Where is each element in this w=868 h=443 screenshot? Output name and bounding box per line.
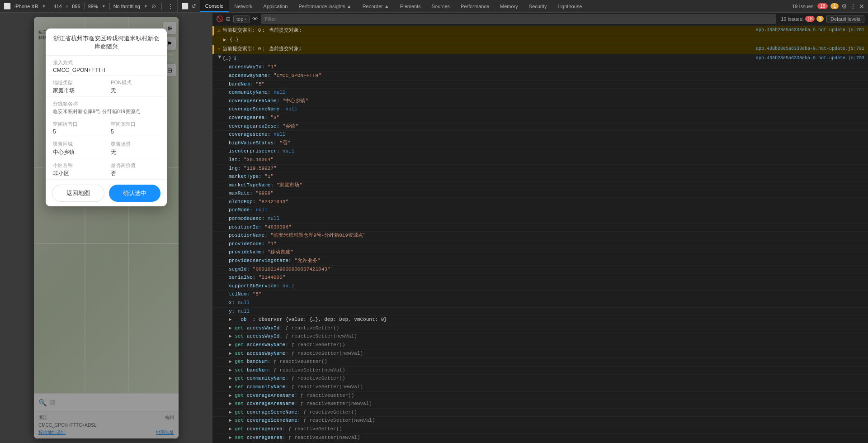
- prop-segmId: segmId: "000102149000000087421043": [212, 266, 868, 274]
- eye-icon[interactable]: 👁: [252, 15, 258, 22]
- expand-setter-icon6[interactable]: ▶: [229, 418, 232, 423]
- more-icon[interactable]: ⋮: [167, 3, 174, 10]
- close-devtools-icon[interactable]: ✕: [859, 3, 864, 10]
- setter-coveragearea: ▶ set coveragearea: ƒ reactiveSetter(new…: [212, 434, 868, 443]
- expand-setter-icon3[interactable]: ▶: [229, 367, 232, 373]
- console-text-obj: {…} ℹ: [222, 55, 749, 63]
- prop-accessWayName: accessWayName: "CMCC_GPON+FTTH": [212, 72, 868, 81]
- confirm-select-button[interactable]: 确认选中: [109, 185, 160, 202]
- tab-performance[interactable]: Performance: [455, 0, 495, 12]
- expand-arrow[interactable]: ▶: [223, 36, 230, 44]
- setter-communityName: ▶ set communityName: ƒ reactiveSetter(ne…: [212, 383, 868, 392]
- community-value: 非小区: [53, 170, 102, 177]
- coverage-area-label: 覆盖区域: [53, 141, 102, 148]
- expand-getter-icon2[interactable]: ▶: [229, 342, 232, 348]
- expand-arrow-observer[interactable]: ▶: [229, 317, 232, 322]
- network-icon: ⊙: [151, 3, 156, 10]
- console-toolbar: 🚫 ⊟ top › 👁 19 Issues: 18 1 Default leve…: [212, 13, 868, 25]
- idle-band-label: 空闲宽带口: [111, 121, 160, 128]
- split-label: 分线箱名称: [53, 100, 160, 107]
- expand-setter-icon2[interactable]: ▶: [229, 351, 232, 356]
- coverage-scene-label: 覆盖场景: [111, 141, 160, 148]
- prop-positionId: positionId: "4830396": [212, 224, 868, 232]
- console-output[interactable]: ⚠ 当前提交索引: 0； 当前提交对象: app.438b28e5a6338eb…: [212, 25, 868, 443]
- expand-setter-icon4[interactable]: ▶: [229, 384, 232, 390]
- tab-lighthouse[interactable]: Lighthouse: [552, 0, 588, 12]
- issues-error-badge[interactable]: 18: [817, 3, 828, 9]
- tab-performance-insights[interactable]: Performance insights ▲: [293, 0, 357, 12]
- access-way-value: CMCC_GPON+FTTH: [53, 67, 160, 73]
- prop-marketTypeName: marketTypeName: "家庭市场": [212, 181, 868, 190]
- expand-getter-icon4[interactable]: ▶: [229, 376, 232, 381]
- prop-communityName: communityName: null: [212, 89, 868, 97]
- console-text: {…}: [230, 36, 864, 44]
- clear-console-icon[interactable]: 🚫: [216, 15, 223, 22]
- more-devtools-icon[interactable]: ⋮: [850, 3, 856, 10]
- expand-getter-icon[interactable]: ▶: [229, 325, 232, 331]
- address-type-label: 地址类型: [53, 79, 102, 86]
- issues-warn-badge[interactable]: 1: [830, 3, 839, 9]
- prop-coverageAreaName: coverageAreaName: "中心乡镇": [212, 97, 868, 106]
- dim-x: ×: [66, 4, 68, 9]
- tab-sources[interactable]: Sources: [426, 0, 455, 12]
- console-line-obj: ▶ {…} ℹ app.438b28e5a6338eba-9.hot-updat…: [212, 54, 868, 64]
- tab-recorder[interactable]: Recorder ▲: [357, 0, 395, 12]
- default-levels-button[interactable]: Default levels: [826, 15, 864, 23]
- expand-getter-icon7[interactable]: ▶: [229, 426, 232, 432]
- tab-memory[interactable]: Memory: [495, 0, 524, 12]
- prop-lat: lat: "30.19064": [212, 156, 868, 165]
- expand-getter-icon5[interactable]: ▶: [229, 393, 232, 398]
- expand-setter-icon7[interactable]: ▶: [229, 435, 232, 440]
- getter-accessWayName: ▶ get accessWayName: ƒ reactiveGetter(): [212, 341, 868, 350]
- warn-icon: ⚠: [217, 27, 221, 35]
- expand-getter-icon6[interactable]: ▶: [229, 410, 232, 415]
- console-file[interactable]: app.438b28e5a6338eba-9.hot-update.js:701: [749, 27, 864, 34]
- settings-icon[interactable]: ⚙: [841, 3, 847, 10]
- dock-icon[interactable]: ⬜: [181, 3, 189, 10]
- toolbar-sep3: [109, 3, 110, 10]
- return-map-button[interactable]: 返回地图: [52, 185, 104, 202]
- tab-elements[interactable]: Elements: [395, 0, 426, 12]
- toolbar-sep4: [161, 3, 162, 10]
- filter-toggle-icon[interactable]: ⊟: [226, 16, 231, 22]
- console-file2[interactable]: app.438b28e5a6338eba-9.hot-update.js:701: [749, 45, 864, 52]
- coverage-area-value: 中心乡镇: [53, 148, 102, 156]
- issues-warn-count[interactable]: 1: [816, 16, 824, 22]
- tab-console[interactable]: Console: [200, 0, 229, 12]
- throttle-chevron: ▼: [144, 4, 148, 9]
- issues-error-count[interactable]: 18: [805, 16, 815, 22]
- expand-setter-icon5[interactable]: ▶: [229, 401, 232, 406]
- prop-ponMode: ponMode: null: [212, 206, 868, 215]
- setter-accessWayName: ▶ set accessWayName: ƒ reactiveSetter(ne…: [212, 350, 868, 358]
- prop-coveragearea: coveragearea: "3": [212, 114, 868, 123]
- community-label: 小区名称: [53, 162, 102, 169]
- top-label[interactable]: top ›: [233, 15, 250, 23]
- prop-coveragescene: coveragescene: null: [212, 131, 868, 139]
- console-text: 当前提交索引: 0； 当前提交对象:: [222, 27, 749, 35]
- expand-setter-icon[interactable]: ▶: [229, 333, 232, 339]
- prop-isenterpriseover: isenterpriseover: null: [212, 148, 868, 156]
- filter-input[interactable]: [261, 14, 776, 24]
- prop-provideCode: provideCode: "1": [212, 240, 868, 249]
- expand-getter-icon3[interactable]: ▶: [229, 359, 232, 364]
- setter-coverageSceneName: ▶ set coverageSceneName: ƒ reactiveSette…: [212, 417, 868, 425]
- screen-icon: ⬜: [4, 3, 11, 10]
- chevron-down-icon: ▼: [42, 4, 46, 9]
- setter-accessWayId: ▶ set accessWayId: ƒ reactiveSetter(newV…: [212, 333, 868, 341]
- device-label: iPhone XR: [14, 4, 38, 9]
- tab-security[interactable]: Security: [524, 0, 552, 12]
- idle-voice-label: 空闲语音口: [53, 121, 102, 128]
- tab-application[interactable]: Application: [258, 0, 293, 12]
- getter-communityName: ▶ get communityName: ƒ reactiveGetter(): [212, 375, 868, 383]
- prop-providedservingstate: providedservingstate: "允许业务": [212, 257, 868, 266]
- console-file-obj[interactable]: app.438b28e5a6338eba-9.hot-update.js:703: [749, 55, 864, 62]
- reload-icon[interactable]: ↺: [191, 3, 196, 10]
- getter-bandNum: ▶ get bandNum: ƒ reactiveGetter(): [212, 358, 868, 367]
- expand-arrow-obj[interactable]: ▶: [215, 56, 223, 62]
- width-label: 414: [54, 4, 62, 9]
- modal-dialog: 浙江省杭州市临安区玲珑街道米积村新仓库命随兴 接入方式 CMCC_GPON+FT…: [46, 29, 167, 206]
- prop-highValueStatus: highValueStatus: "否": [212, 139, 868, 148]
- modal-title: 浙江省杭州市临安区玲珑街道米积村新仓库命随兴: [46, 29, 167, 56]
- console-line: ▶ {…}: [212, 36, 868, 45]
- tab-network[interactable]: Network: [229, 0, 258, 12]
